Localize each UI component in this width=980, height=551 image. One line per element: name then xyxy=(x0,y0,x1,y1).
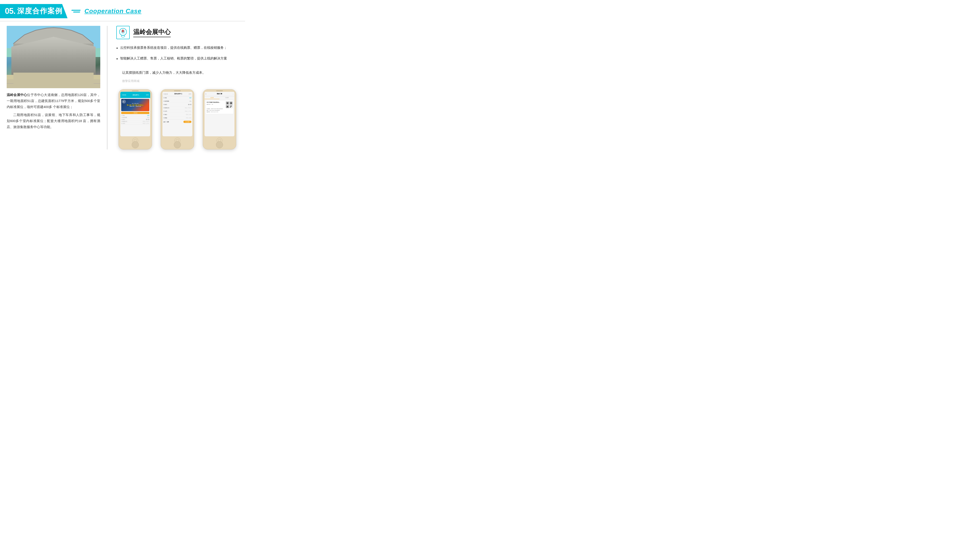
svg-rect-33 xyxy=(7,81,100,88)
screen3-title: 我的门票 xyxy=(206,93,232,95)
feature-list: 云控科技承接票务系统改造项目，提供在线购票、赠票，在线核销服务； 智能解决人工赠… xyxy=(116,44,239,66)
svg-rect-45 xyxy=(230,106,231,106)
screen1-row-company: ◎ 公司： 请输入公司名 xyxy=(121,122,149,124)
phone-mockup-3: X 我的门票 ··· 未使用 已使用 2017中国家与电机展览会... xyxy=(201,89,239,149)
svg-rect-1 xyxy=(7,48,100,57)
screen2-row-address: ◎ 地址： 请输入地址 xyxy=(162,113,192,116)
svg-rect-16 xyxy=(40,70,67,79)
column-divider xyxy=(107,26,107,149)
svg-text:展: 展 xyxy=(123,101,124,102)
phone3-bottom xyxy=(205,136,234,145)
screen2-venue-name: 温岭会展中心 xyxy=(168,93,189,95)
feature-item-2: 智能解决人工赠票、售票，人工核销、检票的繁琐，提供上线的解决方案 xyxy=(116,55,239,63)
screen1-event-banner: 展 2017.9月28-30日 第12届 中国工量刃具展览会 同期举办第十一届温… xyxy=(121,99,149,111)
screen2-submit-btn[interactable]: 点击领取 xyxy=(183,121,191,123)
phone-mockup-2: 中国联通 温岭会展中心 100% ◎ 单价 免费 ◎ 购买数量 - 1 + xyxy=(158,89,196,149)
screen2-row-name: ◎ 姓名： 张小花 xyxy=(162,103,192,106)
phone-screen-2: 中国联通 温岭会展中心 100% ◎ 单价 免费 ◎ 购买数量 - 1 + xyxy=(162,92,192,136)
building-photo: 温 岭 会 展 中 心 xyxy=(7,26,100,88)
screen3-ticket-card: 2017中国家与电机展览会... 免费/门票 1张 xyxy=(205,100,234,114)
screen1-row-phone: ◎ 联系方式： 请输入手机号 xyxy=(121,121,149,122)
screen1-venue-name: 温岭会展中心 xyxy=(133,94,139,95)
page-header: 05. 深度合作案例 Cooperation Case xyxy=(0,0,245,21)
continuation-text: 让其摆脱纸质门票，减少人力物力，大大降低各方成本。 xyxy=(122,70,239,76)
watermark-text: 微擎应用商城 xyxy=(122,79,239,83)
screen1-row-price: ◎ 单价 免费 xyxy=(121,114,149,116)
left-column: 温 岭 会 展 中 心 温岭会展中心位于市中心大道南侧，总用地面积120亩，其中… xyxy=(7,26,100,149)
phone-outer-2: 中国联通 温岭会展中心 100% ◎ 单价 免费 ◎ 购买数量 - 1 + xyxy=(161,89,194,149)
ticket-order-no: 订单编号：M20171101173642418001B1 xyxy=(207,108,232,110)
section-title-english: Cooperation Case xyxy=(84,8,142,15)
svg-rect-21 xyxy=(20,80,21,83)
section-number: 05. xyxy=(5,6,15,16)
svg-point-18 xyxy=(86,64,92,75)
ticket-type: 免费/门票 1张 xyxy=(207,103,226,105)
tab-used[interactable]: 已使用 xyxy=(220,96,234,99)
svg-rect-34 xyxy=(7,83,100,84)
svg-rect-42 xyxy=(227,102,228,104)
banner-text: 2017.9月28-30日 第12届 中国工量刃具展览会 同期举办第十一届温岭机… xyxy=(127,103,143,107)
ticket-time: 领票时间：2017-11-01 17:36 xyxy=(207,111,232,113)
venue-logo xyxy=(116,26,130,39)
phone-outer-3: X 我的门票 ··· 未使用 已使用 2017中国家与电机展览会... xyxy=(203,89,236,149)
phone-mockup-1: 中国联通 温岭会展中心 100% 展 2017.9月28-30日 xyxy=(116,89,154,149)
screen2-row-postal: ◎ 邮编： 请输入邮编 xyxy=(162,116,192,120)
screen1-row-name: ◎ 姓名： 张小花 xyxy=(121,119,149,121)
header-left-band: 05. 深度合作案例 xyxy=(0,4,67,18)
screen3-status-bar: X 我的门票 ··· xyxy=(205,92,234,96)
svg-rect-23 xyxy=(27,81,27,83)
phone2-bottom xyxy=(162,136,192,145)
screen1-body: 展 2017.9月28-30日 第12届 中国工量刃具展览会 同期举办第十一届温… xyxy=(120,98,150,125)
screen2-row-contact: ◎ 联系方式： 请输入手机号 xyxy=(162,106,192,110)
svg-point-26 xyxy=(51,79,52,80)
venue-description: 温岭会展中心位于市中心大道南侧，总用地面积120亩，其中，一期用地面积51亩，总… xyxy=(7,92,100,130)
svg-rect-27 xyxy=(38,45,40,54)
phone-screen-3: X 我的门票 ··· 未使用 已使用 2017中国家与电机展览会... xyxy=(205,92,234,136)
screen2-row-company: ◎ 公司： 请输入公司名 xyxy=(162,110,192,113)
svg-rect-43 xyxy=(231,102,232,104)
screen2-status-bar: 中国联通 温岭会展中心 100% xyxy=(162,92,192,96)
right-column: 温岭会展中心 云控科技承接票务系统改造项目，提供在线购票、赠票，在线核销服务； … xyxy=(114,26,239,149)
svg-point-24 xyxy=(27,80,28,81)
svg-rect-44 xyxy=(227,106,228,107)
venue-name-bold: 温岭会展中心 xyxy=(7,93,27,97)
svg-text:温 岭 会 展 中 心: 温 岭 会 展 中 心 xyxy=(45,63,62,65)
phone-outer-1: 中国联通 温岭会展中心 100% 展 2017.9月28-30日 xyxy=(119,89,152,149)
right-venue-name: 温岭会展中心 xyxy=(133,28,171,37)
svg-rect-46 xyxy=(231,106,232,106)
phone1-bottom xyxy=(120,136,150,145)
screen1-ticket-section: 门票列表 xyxy=(121,112,149,114)
phone-mockups-row: 中国联通 温岭会展中心 100% 展 2017.9月28-30日 xyxy=(116,89,239,149)
header-decoration xyxy=(72,10,80,13)
screen1-row-qty: ◎ 购买数量 - 1 + xyxy=(121,116,149,119)
divider-line-1 xyxy=(71,10,80,11)
caption-text-part2: 二期用地面积51亩，设展馆、地下车库和人防工事等，规划600多个室内标准展位；配… xyxy=(7,112,100,130)
svg-rect-47 xyxy=(230,107,231,108)
screen2-bottom-bar: 总价：免费 点击领取 xyxy=(162,120,192,124)
svg-rect-25 xyxy=(51,80,52,83)
svg-point-20 xyxy=(80,66,85,75)
ticket-event-name: 2017中国家与电机展览会... xyxy=(207,101,226,103)
divider-line-2 xyxy=(73,11,80,13)
svg-point-17 xyxy=(14,64,21,75)
svg-rect-28 xyxy=(47,45,49,54)
screen2-row-qty: ◎ 购买数量 - 1 + xyxy=(162,100,192,103)
svg-rect-31 xyxy=(33,60,73,67)
svg-rect-48 xyxy=(231,106,231,107)
ticket-verify-no: 核销：Z20171101173642448602 xyxy=(207,110,232,111)
svg-rect-29 xyxy=(58,45,60,54)
venue-header-section: 温岭会展中心 xyxy=(116,26,239,39)
main-content: 温 岭 会 展 中 心 温岭会展中心位于市中心大道南侧，总用地面积120亩，其中… xyxy=(0,21,245,154)
svg-point-19 xyxy=(22,66,27,75)
svg-point-22 xyxy=(20,79,21,81)
phone-screen-1: 中国联通 温岭会展中心 100% 展 2017.9月28-30日 xyxy=(120,92,150,136)
ticket-qr-code xyxy=(226,101,232,108)
section-title-chinese: 深度合作案例 xyxy=(17,6,63,16)
screen3-tabs: 未使用 已使用 xyxy=(205,96,234,99)
screen1-status-bar: 中国联通 温岭会展中心 100% xyxy=(120,92,150,98)
svg-point-36 xyxy=(121,35,125,37)
svg-rect-4 xyxy=(13,44,94,79)
svg-rect-30 xyxy=(67,45,69,54)
feature-item-1: 云控科技承接票务系统改造项目，提供在线购票、赠票，在线核销服务； xyxy=(116,44,239,52)
tab-unused[interactable]: 未使用 xyxy=(205,96,220,99)
